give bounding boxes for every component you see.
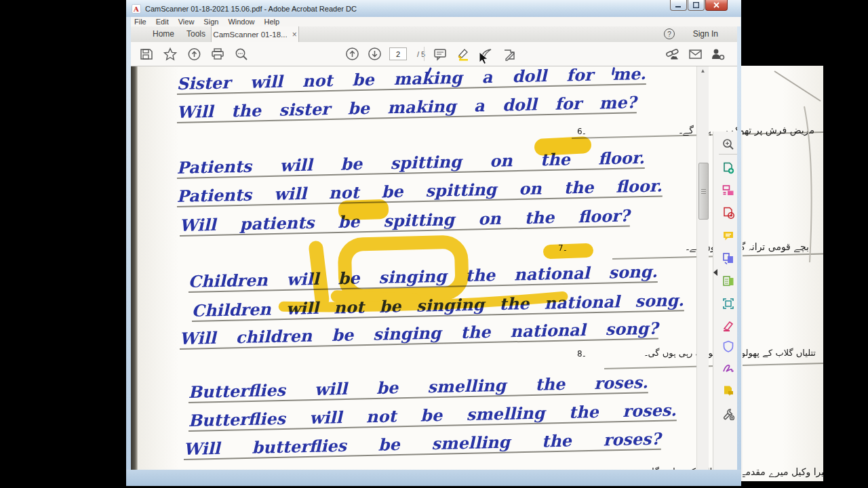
document-area: Sisterwillnotbemakingadollforme.Willthes… bbox=[131, 66, 823, 481]
find-icon[interactable] bbox=[234, 47, 249, 62]
menu-bar: FileEditViewSignWindowHelp bbox=[131, 17, 741, 26]
menu-view[interactable]: View bbox=[178, 18, 195, 26]
more-edit-icon[interactable] bbox=[502, 47, 517, 62]
handwritten-word: the bbox=[231, 100, 261, 121]
menu-edit[interactable]: Edit bbox=[156, 18, 169, 26]
sidebar-divider bbox=[719, 154, 737, 155]
share-link-icon[interactable] bbox=[665, 47, 680, 62]
tab-bar: Home Tools CamScanner 01-18... × ? Sign … bbox=[131, 26, 737, 43]
window-title: CamScanner 01-18-2021 15.06.pdf - Adobe … bbox=[145, 5, 357, 13]
svg-text:A: A bbox=[133, 5, 139, 13]
send-people-icon[interactable] bbox=[710, 47, 725, 62]
handwritten-word: be bbox=[420, 405, 443, 426]
handwritten-word: be bbox=[348, 98, 370, 119]
sidebar-tool-organize-pages[interactable] bbox=[722, 252, 734, 264]
handwritten-word: sister bbox=[279, 99, 330, 120]
handwritten-word: on bbox=[519, 178, 542, 199]
scrollbar-thumb[interactable] bbox=[698, 163, 709, 220]
handwritten-word: roses? bbox=[603, 429, 661, 450]
scroll-up-icon[interactable]: ▲ bbox=[697, 66, 709, 76]
page-up-icon[interactable] bbox=[344, 47, 359, 62]
handwritten-word: be bbox=[352, 70, 374, 90]
sidebar-tool-create-pdf[interactable] bbox=[722, 162, 734, 174]
sidebar-tool-comment-tool[interactable] bbox=[722, 230, 734, 242]
sidebar-tool-more-tools[interactable] bbox=[722, 408, 734, 420]
handwritten-word: spitting bbox=[383, 209, 455, 230]
star-favorite-icon[interactable] bbox=[163, 47, 178, 62]
titlebar: A CamScanner 01-18-2021 15.06.pdf - Adob… bbox=[126, 0, 741, 17]
handwritten-word: the bbox=[460, 322, 490, 342]
handwritten-word: national bbox=[510, 320, 586, 341]
comment-icon[interactable] bbox=[433, 47, 448, 62]
toolbar: 2 / 5 bbox=[131, 42, 737, 66]
vertical-scrollbar[interactable]: ▲ ▼ bbox=[696, 66, 709, 481]
maximize-button[interactable] bbox=[688, 0, 705, 11]
highlighter-mark bbox=[534, 136, 591, 156]
sidebar-tool-fill-sign-signature[interactable] bbox=[722, 363, 734, 375]
collapse-panel-icon[interactable] bbox=[713, 269, 717, 276]
handwritten-word: singing bbox=[373, 323, 441, 344]
page-down-icon[interactable] bbox=[367, 47, 382, 62]
tab-close-icon[interactable]: × bbox=[292, 30, 297, 39]
sidebar-tool-search-zoom[interactable] bbox=[722, 138, 734, 150]
sidebar-tool-edit-pdf-badge[interactable] bbox=[722, 207, 734, 219]
page-gutter-shadow bbox=[131, 66, 138, 481]
sidebar-tool-combine-files[interactable] bbox=[722, 184, 734, 197]
handwritten-word: roses. bbox=[623, 400, 677, 421]
handwritten-word: not bbox=[366, 406, 397, 426]
handwritten-word: patients bbox=[239, 213, 314, 234]
page-number-input[interactable]: 2 bbox=[389, 47, 407, 60]
handwritten-word: be bbox=[381, 182, 403, 202]
handwritten-word: me? bbox=[599, 92, 636, 113]
menu-window[interactable]: Window bbox=[228, 18, 254, 26]
handwritten-word: on bbox=[490, 150, 513, 171]
handwritten-word: on bbox=[478, 209, 501, 229]
handwritten-word: Children bbox=[191, 299, 271, 321]
handwritten-word: spitting bbox=[425, 180, 497, 201]
window-frame-left bbox=[126, 17, 131, 486]
handwritten-word: making bbox=[387, 96, 456, 117]
handwritten-word: doll bbox=[512, 66, 547, 86]
highlighter-scribble bbox=[272, 235, 574, 317]
handwritten-word: smelling bbox=[466, 403, 545, 425]
menu-sign[interactable]: Sign bbox=[203, 18, 218, 26]
handwritten-word: Will bbox=[179, 215, 216, 235]
sidebar-tool-request-signatures[interactable] bbox=[722, 385, 734, 397]
sidebar-tool-protect[interactable] bbox=[722, 340, 734, 352]
sidebar-tool-redact[interactable] bbox=[722, 320, 734, 332]
tab-home[interactable]: Home bbox=[153, 29, 174, 39]
handwritten-word: will bbox=[315, 379, 348, 399]
menu-file[interactable]: File bbox=[134, 18, 146, 26]
handwritten-word: spitting bbox=[390, 152, 462, 173]
sign-in-button[interactable]: Sign In bbox=[693, 29, 718, 39]
handwritten-word: will bbox=[279, 155, 313, 176]
handwritten-word: floor. bbox=[616, 176, 663, 196]
mouse-cursor bbox=[479, 52, 488, 65]
highlight-icon[interactable] bbox=[456, 47, 471, 62]
handwritten-word: Patients bbox=[176, 157, 252, 178]
close-button[interactable] bbox=[705, 0, 728, 11]
sidebar-tool-export-pdf[interactable] bbox=[722, 275, 734, 287]
handwritten-word: be bbox=[332, 325, 354, 345]
handwritten-word: Patients bbox=[176, 185, 252, 206]
menu-help[interactable]: Help bbox=[264, 18, 280, 26]
urdu-exercise-number: ۔6 bbox=[577, 127, 585, 136]
minimize-button[interactable] bbox=[670, 0, 687, 11]
handwritten-word: the bbox=[542, 431, 572, 451]
tab-document[interactable]: CamScanner 01-18... × bbox=[211, 26, 299, 42]
handwritten-word: be bbox=[376, 378, 399, 398]
handwritten-word: for bbox=[555, 94, 582, 114]
handwritten-word: the bbox=[568, 402, 598, 422]
help-icon[interactable]: ? bbox=[664, 28, 675, 39]
share-cloud-icon[interactable] bbox=[186, 47, 201, 62]
handwritten-word: be bbox=[378, 434, 400, 455]
page-corner-curl bbox=[762, 66, 823, 269]
handwritten-word: Will bbox=[176, 102, 214, 122]
tab-tools[interactable]: Tools bbox=[186, 29, 205, 39]
print-icon[interactable] bbox=[210, 47, 225, 62]
save-icon[interactable] bbox=[139, 47, 154, 62]
handwritten-word: Will bbox=[183, 439, 220, 459]
sidebar-tool-scan-ocr[interactable] bbox=[722, 298, 734, 310]
email-icon[interactable] bbox=[688, 47, 703, 62]
handwritten-word: Children bbox=[188, 270, 268, 291]
